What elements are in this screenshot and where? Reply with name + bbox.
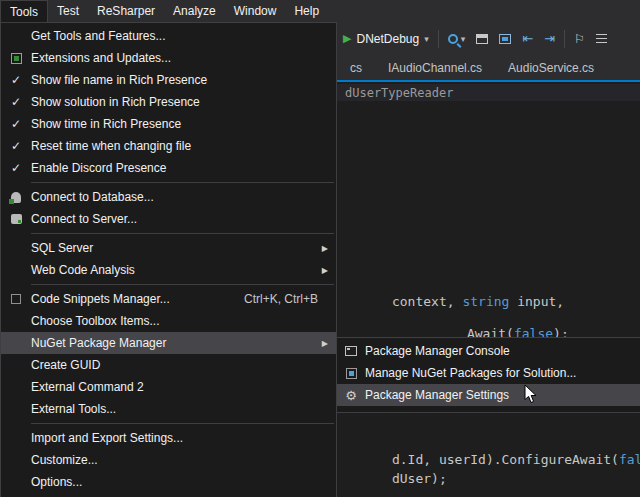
indent-increase-button[interactable]: ⇥: [542, 29, 557, 48]
submenu-item-package-manager-console[interactable]: Package Manager Console: [337, 340, 640, 362]
indent-decrease-icon: ⇤: [522, 31, 533, 46]
menu-item-label: External Tools...: [31, 402, 328, 416]
code-token-keyword: false: [619, 452, 640, 467]
menu-test[interactable]: Test: [48, 0, 88, 22]
tab-audioservice[interactable]: AudioService.cs: [495, 55, 607, 80]
indent-increase-icon: ⇥: [544, 31, 555, 46]
menu-item-connect-server[interactable]: Connect to Server...: [1, 208, 336, 230]
tab-document-1[interactable]: cs: [337, 55, 375, 80]
menu-item-extensions-and-updates[interactable]: Extensions and Updates...: [1, 47, 336, 69]
menu-item-import-export-settings[interactable]: Import and Export Settings...: [1, 427, 336, 449]
menu-item-get-tools-and-features[interactable]: Get Tools and Features...: [1, 25, 336, 47]
new-window-icon: [499, 34, 511, 44]
type-name-text: dUserTypeReader: [345, 86, 453, 100]
tab-label: AudioService.cs: [508, 61, 594, 75]
packages-icon: [346, 368, 357, 379]
tools-menu: Get Tools and Features... Extensions and…: [0, 22, 337, 497]
submenu-item-manage-nuget-packages[interactable]: Manage NuGet Packages for Solution...: [337, 362, 640, 384]
menu-label: Window: [234, 4, 277, 18]
start-debug-button[interactable]: ▶ DNetDebug ▾: [341, 30, 431, 48]
tab-iaudiochannel[interactable]: IAudioChannel.cs: [375, 55, 495, 80]
menu-separator: [31, 423, 334, 424]
menu-item-label: Package Manager Console: [365, 344, 632, 358]
menu-label: Help: [294, 4, 319, 18]
menu-item-sql-server[interactable]: SQL Server ▶: [1, 237, 336, 259]
menu-item-shortcut: Ctrl+K, Ctrl+B: [244, 292, 328, 306]
toolbar-separator: [438, 30, 439, 48]
checkmark-icon: ✓: [1, 73, 31, 87]
submenu-arrow-icon: ▶: [316, 339, 328, 348]
checkmark-icon: ✓: [1, 161, 31, 175]
code-line: se);: [345, 485, 423, 497]
menu-item-external-tools[interactable]: External Tools...: [1, 398, 336, 420]
menu-item-external-command-2[interactable]: External Command 2: [1, 376, 336, 398]
find-in-files-button[interactable]: ▾: [446, 32, 468, 46]
toolbar-separator: [564, 30, 565, 48]
menu-item-label: Enable Discord Presence: [31, 161, 328, 175]
menu-item-connect-database[interactable]: Connect to Database...: [1, 186, 336, 208]
menu-item-label: Connect to Database...: [31, 190, 328, 204]
menu-item-web-code-analysis[interactable]: Web Code Analysis ▶: [1, 259, 336, 281]
menu-item-label: Show file name in Rich Presence: [31, 73, 328, 87]
mouse-cursor: [524, 384, 537, 407]
menu-item-label: SQL Server: [31, 241, 316, 255]
new-window-button[interactable]: [497, 32, 513, 46]
menu-item-reset-time[interactable]: ✓ Reset time when changing file: [1, 135, 336, 157]
menu-item-label: Get Tools and Features...: [31, 29, 328, 43]
extensions-icon: [11, 53, 22, 64]
code-token: context,: [392, 294, 462, 309]
menu-item-label: Manage NuGet Packages for Solution...: [365, 366, 632, 380]
menu-analyze[interactable]: Analyze: [164, 0, 225, 22]
menu-item-show-time[interactable]: ✓ Show time in Rich Presence: [1, 113, 336, 135]
menu-item-label: Show solution in Rich Presence: [31, 95, 328, 109]
menu-item-customize[interactable]: Customize...: [1, 449, 336, 471]
toggle-bookmark-button[interactable]: ⚐: [572, 30, 587, 48]
menu-item-options[interactable]: Options...: [1, 471, 336, 493]
menu-item-label: Web Code Analysis: [31, 263, 316, 277]
menu-resharper[interactable]: ReSharper: [88, 0, 164, 22]
bookmark-icon: ⚐: [574, 32, 585, 46]
submenu-arrow-icon: ▶: [316, 244, 328, 253]
chevron-down-icon: ▾: [424, 34, 429, 44]
menu-item-gutter: ⚙: [337, 389, 365, 402]
checkmark-icon: ✓: [1, 139, 31, 153]
menu-item-gutter: [1, 214, 31, 224]
menu-item-gutter: [1, 294, 31, 304]
menu-separator: [31, 233, 334, 234]
menu-item-nuget-package-manager[interactable]: NuGet Package Manager ▶: [1, 332, 336, 354]
menu-item-label: NuGet Package Manager: [31, 336, 316, 350]
submenu-arrow-icon: ▶: [316, 266, 328, 275]
menu-help[interactable]: Help: [285, 0, 328, 22]
menu-item-label: Create GUID: [31, 358, 328, 372]
menu-separator: [31, 182, 334, 183]
menu-item-label: Import and Export Settings...: [31, 431, 328, 445]
menu-item-create-guid[interactable]: Create GUID: [1, 354, 336, 376]
gear-icon: ⚙: [345, 389, 357, 402]
window-layout-icon: [476, 34, 488, 44]
tab-label: cs: [350, 61, 362, 75]
menu-item-code-snippets-manager[interactable]: Code Snippets Manager... Ctrl+K, Ctrl+B: [1, 288, 336, 310]
menu-label: Tools: [10, 5, 38, 19]
menu-tools[interactable]: Tools: [0, 0, 48, 22]
menu-separator: [31, 284, 334, 285]
console-icon: [345, 346, 357, 356]
play-icon: ▶: [343, 32, 351, 45]
menu-item-label: Show time in Rich Presence: [31, 117, 328, 131]
comment-lines-button[interactable]: [594, 37, 609, 41]
submenu-item-package-manager-settings[interactable]: ⚙ Package Manager Settings: [337, 384, 640, 406]
menu-item-label: Reset time when changing file: [31, 139, 328, 153]
indent-decrease-button[interactable]: ⇤: [520, 29, 535, 48]
checkmark-icon: ✓: [1, 117, 31, 131]
menu-label: ReSharper: [97, 4, 155, 18]
menu-item-show-solution[interactable]: ✓ Show solution in Rich Presence: [1, 91, 336, 113]
menu-window[interactable]: Window: [225, 0, 286, 22]
menu-item-label: Extensions and Updates...: [31, 51, 328, 65]
menu-item-show-file-name[interactable]: ✓ Show file name in Rich Presence: [1, 69, 336, 91]
database-icon: [11, 192, 21, 203]
menu-item-enable-discord[interactable]: ✓ Enable Discord Presence: [1, 157, 336, 179]
window-layout-button[interactable]: [474, 32, 490, 46]
chevron-down-icon: ▾: [461, 34, 466, 44]
menu-label: Test: [57, 4, 79, 18]
menu-item-choose-toolbox-items[interactable]: Choose Toolbox Items...: [1, 310, 336, 332]
debug-target-label: DNetDebug: [354, 32, 421, 46]
